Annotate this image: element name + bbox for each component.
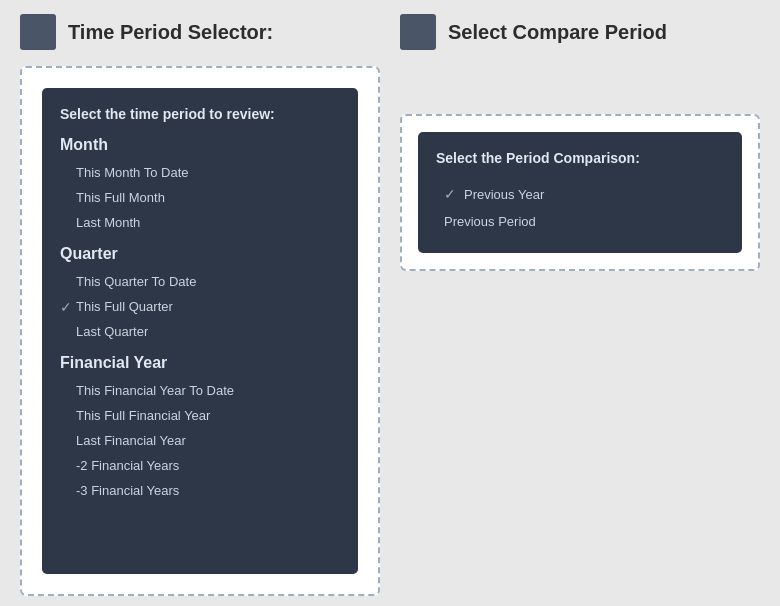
month-group-title: Month: [60, 136, 340, 154]
this-quarter-to-date-item[interactable]: This Quarter To Date: [60, 269, 340, 294]
previous-period-item[interactable]: Previous Period: [436, 208, 724, 235]
this-full-month-label: This Full Month: [76, 190, 165, 205]
minus2-financial-years-label: -2 Financial Years: [76, 458, 179, 473]
minus2-financial-years-item[interactable]: -2 Financial Years: [60, 453, 340, 478]
right-section: Select Compare Period Select the Period …: [400, 10, 760, 596]
time-period-header: Time Period Selector:: [20, 10, 380, 54]
previous-year-item[interactable]: ✓ Previous Year: [436, 180, 724, 208]
this-full-quarter-item[interactable]: ✓ This Full Quarter: [60, 294, 340, 319]
this-full-quarter-check-icon: ✓: [60, 299, 72, 315]
minus3-financial-years-label: -3 Financial Years: [76, 483, 179, 498]
time-period-panel-inner: Select the time period to review: Month …: [42, 88, 358, 574]
last-quarter-item[interactable]: Last Quarter: [60, 319, 340, 344]
time-period-title: Time Period Selector:: [68, 21, 273, 44]
minus3-financial-years-item[interactable]: -3 Financial Years: [60, 478, 340, 503]
compare-period-icon: [400, 14, 436, 50]
last-month-item[interactable]: Last Month: [60, 210, 340, 235]
last-financial-year-label: Last Financial Year: [76, 433, 186, 448]
compare-period-title: Select Compare Period: [448, 21, 667, 44]
this-financial-year-to-date-item[interactable]: This Financial Year To Date: [60, 378, 340, 403]
compare-period-header: Select Compare Period: [400, 10, 760, 54]
previous-period-label: Previous Period: [444, 214, 536, 229]
quarter-group-title: Quarter: [60, 245, 340, 263]
this-full-financial-year-label: This Full Financial Year: [76, 408, 210, 423]
compare-panel-inner: Select the Period Comparison: ✓ Previous…: [418, 132, 742, 253]
previous-year-check-icon: ✓: [444, 186, 456, 202]
this-month-to-date-label: This Month To Date: [76, 165, 188, 180]
this-quarter-to-date-label: This Quarter To Date: [76, 274, 196, 289]
financial-year-group-title: Financial Year: [60, 354, 340, 372]
time-period-panel-label: Select the time period to review:: [60, 106, 340, 122]
compare-panel: Select the Period Comparison: ✓ Previous…: [400, 114, 760, 271]
this-financial-year-to-date-label: This Financial Year To Date: [76, 383, 234, 398]
this-full-financial-year-item[interactable]: This Full Financial Year: [60, 403, 340, 428]
last-financial-year-item[interactable]: Last Financial Year: [60, 428, 340, 453]
this-full-quarter-label: This Full Quarter: [76, 299, 173, 314]
last-quarter-label: Last Quarter: [76, 324, 148, 339]
this-full-month-item[interactable]: This Full Month: [60, 185, 340, 210]
last-month-label: Last Month: [76, 215, 140, 230]
left-section: Time Period Selector: Select the time pe…: [20, 10, 380, 596]
time-period-icon: [20, 14, 56, 50]
time-period-panel: Select the time period to review: Month …: [20, 66, 380, 596]
previous-year-label: Previous Year: [464, 187, 544, 202]
this-month-to-date-item[interactable]: This Month To Date: [60, 160, 340, 185]
compare-panel-label: Select the Period Comparison:: [436, 150, 724, 166]
